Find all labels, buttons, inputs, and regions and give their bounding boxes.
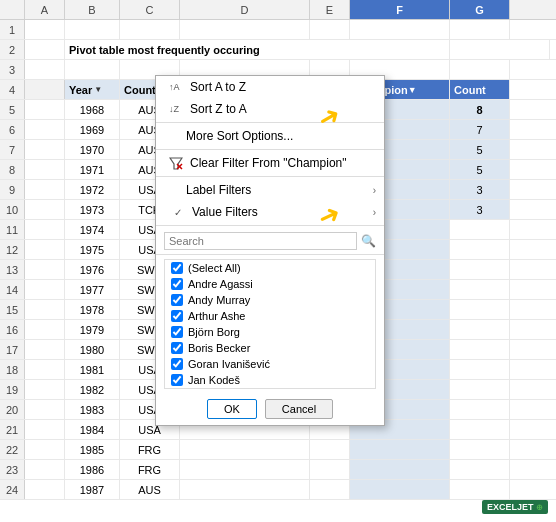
cell-pivot-count-header: Count <box>450 80 510 99</box>
rownum-23: 23 <box>0 460 25 479</box>
filter-dropdown: ↑A Sort A to Z ↓Z Sort Z to A More Sort … <box>155 75 385 426</box>
col-header-E: E <box>310 0 350 19</box>
spreadsheet: A B C D E F G 1 2 Pivot table most frequ… <box>0 0 556 522</box>
row-24: 24 1987 AUS <box>0 480 556 500</box>
checkbox-arthur-ashe-input[interactable] <box>171 310 183 322</box>
more-sort-label: More Sort Options... <box>186 129 293 143</box>
col-header-C: C <box>120 0 180 19</box>
svg-text:↓Z: ↓Z <box>169 104 180 114</box>
checkbox-jan-kodes-input[interactable] <box>171 374 183 386</box>
filter-cancel-button[interactable]: Cancel <box>265 399 333 419</box>
checkbox-bjorn-borg-input[interactable] <box>171 326 183 338</box>
sort-az-item[interactable]: ↑A Sort A to Z <box>156 76 384 98</box>
checkbox-goran-input[interactable] <box>171 358 183 370</box>
checkbox-select-all-label: (Select All) <box>188 262 241 274</box>
filter-checkbox-list: (Select All) Andre Agassi Andy Murray Ar… <box>164 259 376 389</box>
watermark: EXCELJET ⊕ <box>482 500 548 514</box>
checkbox-bjorn-borg-label: Björn Borg <box>188 326 240 338</box>
checkbox-select-all-input[interactable] <box>171 262 183 274</box>
rownum-18: 18 <box>0 360 25 379</box>
row-22: 22 1985 FRG <box>0 440 556 460</box>
rownum-6: 6 <box>0 120 25 139</box>
checkbox-boris-becker-label: Boris Becker <box>188 342 250 354</box>
rownum-9: 9 <box>0 180 25 199</box>
cell-title: Pivot table most frequently occuring <box>65 40 450 59</box>
sort-az-label: Sort A to Z <box>190 80 246 94</box>
rownum-12: 12 <box>0 240 25 259</box>
rownum-17: 17 <box>0 340 25 359</box>
cell-D1 <box>180 20 310 39</box>
clear-filter-label: Clear Filter From "Champion" <box>190 156 347 170</box>
rownum-16: 16 <box>0 320 25 339</box>
column-headers: A B C D E F G <box>0 0 556 20</box>
clear-filter-item[interactable]: Clear Filter From "Champion" <box>156 152 384 174</box>
row-2: 2 Pivot table most frequently occuring <box>0 40 556 60</box>
watermark-icon: ⊕ <box>536 503 543 512</box>
filter-search-input[interactable] <box>164 232 357 250</box>
checkbox-bjorn-borg[interactable]: Björn Borg <box>165 324 375 340</box>
cell-G3 <box>450 60 510 79</box>
col-header-A: A <box>25 0 65 19</box>
filter-search-container: 🔍 <box>156 228 384 255</box>
col-header-B: B <box>65 0 120 19</box>
value-filters-label: Value Filters <box>192 205 258 219</box>
checkmark-icon: ✓ <box>174 207 182 218</box>
value-filters-item[interactable]: ✓ Value Filters › <box>156 201 384 223</box>
cell-G2 <box>550 40 556 59</box>
rownum-11: 11 <box>0 220 25 239</box>
checkbox-andre-agassi-input[interactable] <box>171 278 183 290</box>
col-header-D: D <box>180 0 310 19</box>
sort-za-item[interactable]: ↓Z Sort Z to A <box>156 98 384 120</box>
cell-A1 <box>25 20 65 39</box>
checkbox-boris-becker-input[interactable] <box>171 342 183 354</box>
rownum-20: 20 <box>0 400 25 419</box>
cell-F2 <box>450 40 550 59</box>
search-icon: 🔍 <box>361 234 376 248</box>
rownum-13: 13 <box>0 260 25 279</box>
more-sort-item[interactable]: More Sort Options... <box>156 125 384 147</box>
sort-za-icon: ↓Z <box>168 102 184 116</box>
checkbox-goran-ivanisevic[interactable]: Goran Ivanišević <box>165 356 375 372</box>
checkbox-andre-agassi[interactable]: Andre Agassi <box>165 276 375 292</box>
checkbox-select-all[interactable]: (Select All) <box>165 260 375 276</box>
sort-az-icon: ↑A <box>168 80 184 94</box>
cell-B1 <box>65 20 120 39</box>
checkbox-jimmy-connors[interactable]: Jimmy Connors <box>165 388 375 389</box>
checkbox-andy-murray-label: Andy Murray <box>188 294 250 306</box>
rownum-5: 5 <box>0 100 25 119</box>
rownum-24: 24 <box>0 480 25 499</box>
cell-year-header[interactable]: Year ▼ <box>65 80 120 99</box>
checkbox-boris-becker[interactable]: Boris Becker <box>165 340 375 356</box>
checkbox-jan-kodes[interactable]: Jan Kodeš <box>165 372 375 388</box>
checkbox-jan-kodes-label: Jan Kodeš <box>188 374 240 386</box>
checkbox-andy-murray-input[interactable] <box>171 294 183 306</box>
divider-4 <box>156 225 384 226</box>
value-filters-arrow-icon: › <box>373 207 376 218</box>
cell-A4 <box>25 80 65 99</box>
checkbox-andy-murray[interactable]: Andy Murray <box>165 292 375 308</box>
divider-2 <box>156 149 384 150</box>
rownum-10: 10 <box>0 200 25 219</box>
col-header-G: G <box>450 0 510 19</box>
cell-E1 <box>310 20 350 39</box>
cell-C1 <box>120 20 180 39</box>
divider-3 <box>156 176 384 177</box>
rownum-1: 1 <box>0 20 25 39</box>
sort-za-label: Sort Z to A <box>190 102 247 116</box>
cell-A2 <box>25 40 65 59</box>
filter-ok-button[interactable]: OK <box>207 399 257 419</box>
cell-A3 <box>25 60 65 79</box>
col-header-rownum <box>0 0 25 19</box>
col-header-F: F <box>350 0 450 19</box>
svg-text:↑A: ↑A <box>169 82 180 92</box>
cell-B3 <box>65 60 120 79</box>
divider-1 <box>156 122 384 123</box>
checkbox-arthur-ashe-label: Arthur Ashe <box>188 310 245 322</box>
checkbox-arthur-ashe[interactable]: Arthur Ashe <box>165 308 375 324</box>
rownum-2: 2 <box>0 40 25 59</box>
label-filters-item[interactable]: Label Filters › <box>156 179 384 201</box>
row-23: 23 1986 FRG <box>0 460 556 480</box>
rownum-22: 22 <box>0 440 25 459</box>
rownum-7: 7 <box>0 140 25 159</box>
label-filters-arrow-icon: › <box>373 185 376 196</box>
